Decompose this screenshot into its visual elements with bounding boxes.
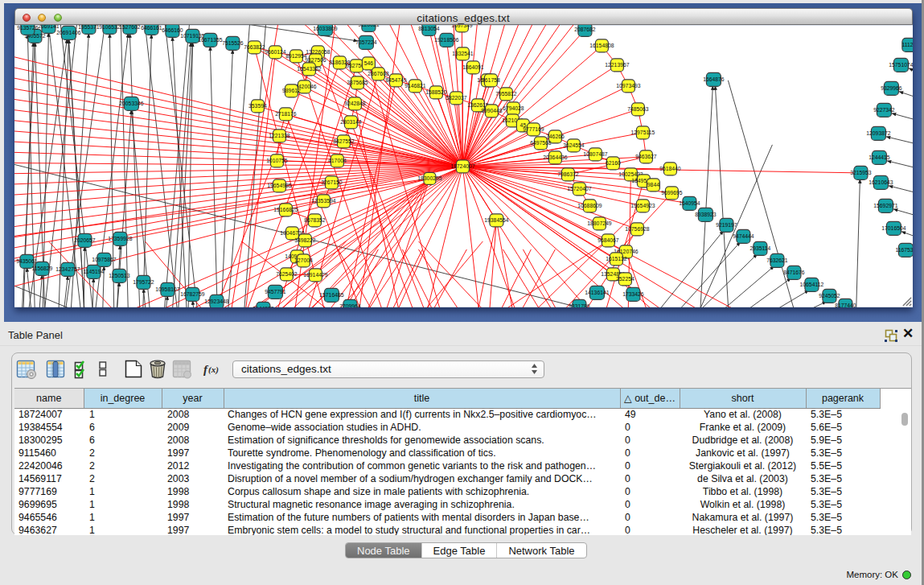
svg-text:7357224: 7357224 — [355, 40, 377, 46]
svg-text:9219197: 9219197 — [716, 223, 737, 229]
svg-text:7663822: 7663822 — [244, 45, 265, 51]
svg-text:3267150: 3267150 — [321, 180, 343, 186]
svg-text:18300295: 18300295 — [417, 176, 441, 182]
svg-text:9146821: 9146821 — [405, 84, 426, 89]
svg-text:7515526: 7515526 — [222, 41, 244, 47]
svg-text:9327506: 9327506 — [305, 58, 326, 64]
svg-text:8813054: 8813054 — [418, 27, 440, 32]
svg-text:8454749: 8454749 — [385, 78, 407, 84]
svg-text:10958107: 10958107 — [155, 287, 179, 293]
svg-text:1640954: 1640954 — [679, 201, 700, 207]
svg-text:6466160: 6466160 — [162, 28, 183, 34]
svg-text:1664876: 1664876 — [703, 77, 725, 83]
svg-text:10756928: 10756928 — [625, 227, 649, 233]
svg-text:16671355: 16671355 — [198, 38, 222, 43]
svg-text:12975115: 12975115 — [630, 130, 655, 136]
svg-text:1156829: 1156829 — [31, 266, 52, 272]
svg-text:12342757: 12342757 — [55, 267, 80, 273]
svg-text:3215953: 3215953 — [850, 171, 872, 176]
svg-text:961758: 961758 — [482, 78, 500, 84]
svg-text:16154808: 16154808 — [589, 43, 614, 49]
svg-text:8144023: 8144023 — [253, 307, 274, 308]
svg-text:6497568: 6497568 — [530, 141, 552, 146]
svg-text:20364436: 20364436 — [543, 155, 567, 161]
svg-text:1733426: 1733426 — [622, 292, 644, 298]
svg-text:1167533: 1167533 — [895, 248, 913, 253]
svg-text:3875685: 3875685 — [347, 80, 368, 86]
svg-text:8177440: 8177440 — [835, 303, 856, 308]
svg-text:9684067: 9684067 — [598, 238, 619, 244]
svg-text:989612: 989612 — [282, 89, 301, 94]
svg-text:7625402: 7625402 — [276, 272, 298, 278]
svg-text:9457791: 9457791 — [265, 290, 286, 295]
svg-text:252254: 252254 — [616, 277, 634, 282]
svg-text:17359928: 17359928 — [108, 237, 132, 242]
svg-text:19384554: 19384554 — [484, 218, 508, 224]
svg-text:9329966: 9329966 — [881, 86, 902, 92]
svg-text:2020657: 2020657 — [74, 238, 96, 244]
svg-text:5822037: 5822037 — [446, 96, 467, 101]
svg-text:353594: 353594 — [248, 104, 267, 109]
svg-text:9474444: 9474444 — [733, 234, 754, 240]
svg-text:3498222: 3498222 — [294, 238, 316, 244]
svg-text:1010755: 1010755 — [266, 159, 288, 164]
svg-text:19654985: 19654985 — [267, 183, 291, 189]
svg-text:9844: 9844 — [647, 183, 659, 188]
svg-text:19166825: 19166825 — [273, 208, 298, 213]
svg-text:1221338: 1221338 — [269, 134, 290, 139]
svg-text:746266: 746266 — [546, 134, 565, 140]
svg-text:16210643: 16210643 — [869, 180, 893, 186]
svg-text:2718176: 2718176 — [275, 112, 297, 117]
svg-text:2867608: 2867608 — [368, 72, 389, 77]
svg-text:8990448: 8990448 — [481, 109, 503, 114]
svg-text:16033809: 16033809 — [313, 27, 337, 32]
svg-text:1332541: 1332541 — [452, 51, 474, 57]
svg-text:9518440: 9518440 — [659, 167, 681, 172]
svg-text:16782759: 16782759 — [180, 292, 204, 298]
svg-text:10973493: 10973493 — [616, 84, 640, 89]
svg-text:10688609: 10688609 — [577, 204, 602, 209]
svg-text:10975867: 10975867 — [92, 257, 116, 263]
svg-text:20691406: 20691406 — [56, 31, 80, 36]
svg-text:1250513: 1250513 — [109, 274, 130, 279]
svg-text:7709964: 7709964 — [339, 304, 361, 308]
svg-text:8678352: 8678352 — [304, 218, 326, 224]
svg-text:8471676: 8471676 — [783, 270, 805, 276]
svg-text:9660124: 9660124 — [265, 50, 286, 56]
svg-text:8912954: 8912954 — [285, 54, 307, 60]
svg-text:(x): (x) — [208, 365, 219, 375]
svg-text:1588520: 1588520 — [425, 90, 447, 96]
svg-text:1097349: 1097349 — [451, 25, 473, 28]
svg-text:9227342: 9227342 — [873, 108, 895, 113]
svg-text:417004: 417004 — [328, 159, 347, 164]
svg-text:7986372: 7986372 — [557, 172, 579, 178]
svg-text:15692971: 15692971 — [873, 204, 897, 209]
svg-text:19218506: 19218506 — [434, 38, 458, 43]
svg-text:8427552: 8427552 — [333, 139, 355, 145]
svg-text:16543362: 16543362 — [297, 67, 321, 72]
svg-text:9777169: 9777169 — [523, 127, 544, 133]
svg-text:17016504: 17016504 — [881, 226, 906, 232]
svg-text:3624554: 3624554 — [563, 143, 585, 149]
svg-text:9699695: 9699695 — [661, 191, 683, 196]
svg-text:20053346: 20053346 — [119, 101, 143, 107]
svg-text:1795722: 1795722 — [133, 280, 154, 286]
svg-text:6466161: 6466161 — [141, 26, 162, 31]
svg-text:1615132: 1615132 — [606, 257, 627, 262]
svg-text:7955812: 7955812 — [495, 92, 517, 97]
svg-text:18807249: 18807249 — [587, 221, 611, 227]
svg-text:2935114: 2935114 — [749, 246, 770, 252]
svg-text:9435061: 9435061 — [16, 259, 38, 265]
svg-text:127004: 127004 — [294, 258, 313, 264]
svg-text:8938923: 8938923 — [695, 212, 717, 218]
svg-text:9245052: 9245052 — [819, 294, 840, 299]
svg-text:14136141: 14136141 — [585, 290, 609, 296]
svg-text:1527602: 1527602 — [119, 25, 141, 30]
svg-text:6794028: 6794028 — [503, 106, 524, 112]
svg-text:1955371: 1955371 — [78, 25, 100, 30]
svg-text:15720407: 15720407 — [567, 187, 591, 192]
svg-text:2803144: 2803144 — [340, 120, 362, 126]
svg-text:15716485: 15716485 — [319, 293, 343, 299]
svg-text:2069141: 2069141 — [38, 25, 60, 29]
svg-text:1145194: 1145194 — [83, 270, 104, 275]
